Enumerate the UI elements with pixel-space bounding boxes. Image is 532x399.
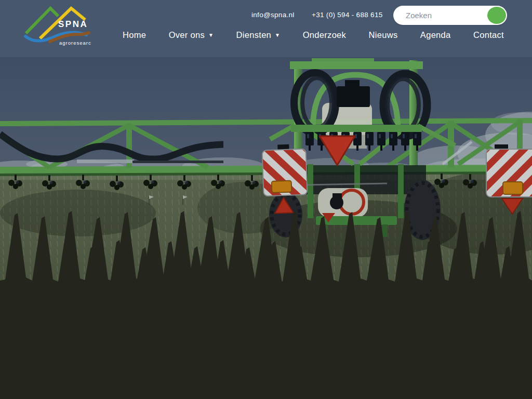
control-box: [337, 86, 370, 107]
nav-label: Agenda: [420, 30, 451, 39]
brand-logo-art: SPNA agroresearch: [24, 4, 91, 51]
hero-section: [0, 57, 532, 399]
phone-link[interactable]: +31 (0) 594 - 688 615: [312, 11, 383, 19]
nav-item-contact[interactable]: Contact: [473, 30, 504, 40]
search-submit-button[interactable]: [487, 7, 506, 24]
brand-tagline: agroresearch: [59, 40, 91, 46]
email-link[interactable]: info@spna.nl: [251, 11, 295, 19]
nav-label: Diensten: [236, 30, 272, 39]
nav-label: Home: [123, 30, 146, 39]
search-input[interactable]: [393, 6, 494, 25]
logo-green-mountain: [26, 8, 58, 33]
nav-item-nieuws[interactable]: Nieuws: [369, 30, 398, 40]
nav-item-home[interactable]: Home: [123, 30, 146, 40]
nav-item-onderzoek[interactable]: Onderzoek: [303, 30, 346, 40]
amber-reflector: [272, 181, 292, 193]
chevron-down-icon: ▼: [275, 32, 280, 38]
nav-item-agenda[interactable]: Agenda: [420, 30, 451, 40]
amber-reflector: [503, 182, 523, 194]
main-nav: Home Over ons▼ Diensten▼ Onderzoek Nieuw…: [123, 30, 504, 40]
nav-label: Over ons: [169, 30, 205, 39]
nav-label: Onderzoek: [303, 30, 346, 39]
nav-item-over-ons[interactable]: Over ons▼: [169, 30, 214, 40]
search-box: [393, 6, 507, 25]
page-root: SPNA agroresearch info@spna.nl +31 (0) 5…: [0, 0, 532, 399]
site-header: SPNA agroresearch info@spna.nl +31 (0) 5…: [0, 0, 532, 57]
sprayer-field-photo: [0, 57, 532, 399]
nav-label: Contact: [473, 30, 504, 39]
chevron-down-icon: ▼: [208, 32, 214, 38]
nav-label: Nieuws: [369, 30, 398, 39]
hydraulic-cylinder: [77, 159, 134, 163]
nav-item-diensten[interactable]: Diensten▼: [236, 30, 281, 40]
brand-logo[interactable]: SPNA agroresearch: [24, 4, 91, 51]
brand-name: SPNA: [58, 19, 88, 29]
